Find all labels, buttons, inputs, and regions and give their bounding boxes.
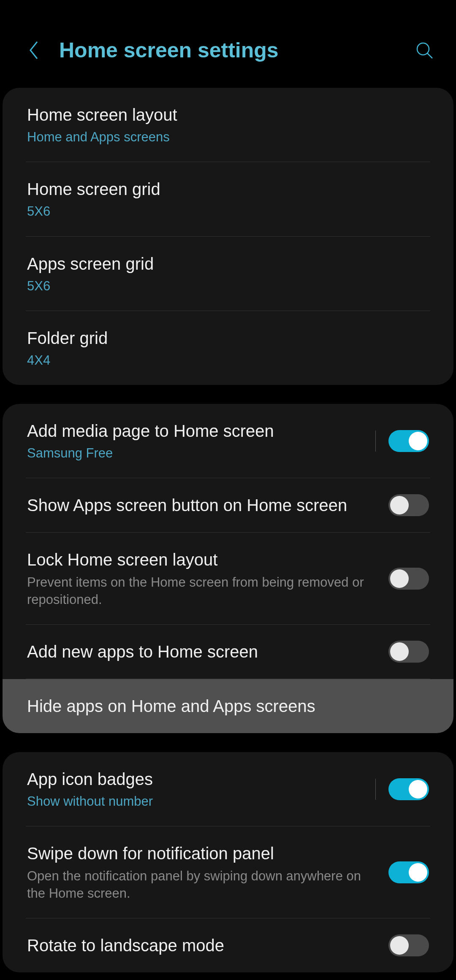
item-title: Add new apps to Home screen [27, 641, 376, 663]
item-text: Folder grid 4X4 [27, 327, 429, 369]
item-text: Add new apps to Home screen [27, 641, 376, 663]
item-title: Lock Home screen layout [27, 549, 376, 571]
toggle-app-icon-badges[interactable] [388, 778, 429, 800]
item-lock-home-layout[interactable]: Lock Home screen layout Prevent items on… [3, 533, 453, 624]
toggle-rotate-landscape[interactable] [388, 934, 429, 956]
item-title: Home screen layout [27, 104, 429, 126]
item-text: Home screen grid 5X6 [27, 178, 429, 220]
item-text: Apps screen grid 5X6 [27, 253, 429, 295]
item-subtitle: 5X6 [27, 203, 429, 220]
header: Home screen settings [0, 0, 456, 79]
item-text: Lock Home screen layout Prevent items on… [27, 549, 376, 608]
section-misc: App icon badges Show without number Swip… [3, 752, 453, 972]
toggle-add-media-page[interactable] [388, 430, 429, 452]
item-description: Prevent items on the Home screen from be… [27, 574, 376, 608]
section-layout: Home screen layout Home and Apps screens… [3, 88, 453, 385]
toggle-wrap [375, 778, 429, 800]
item-rotate-landscape[interactable]: Rotate to landscape mode [3, 918, 453, 972]
toggle-swipe-down-notification[interactable] [388, 861, 429, 883]
item-text: Home screen layout Home and Apps screens [27, 104, 429, 146]
item-title: Hide apps on Home and Apps screens [27, 695, 429, 717]
vertical-divider [375, 779, 376, 800]
item-subtitle: Show without number [27, 793, 363, 810]
toggle-lock-home-layout[interactable] [388, 568, 429, 590]
item-subtitle: 5X6 [27, 278, 429, 295]
item-title: App icon badges [27, 768, 363, 790]
item-subtitle: 4X4 [27, 352, 429, 369]
item-description: Open the notification panel by swiping d… [27, 868, 376, 902]
item-title: Rotate to landscape mode [27, 934, 376, 956]
item-text: Add media page to Home screen Samsung Fr… [27, 420, 363, 462]
item-text: App icon badges Show without number [27, 768, 363, 810]
vertical-divider [375, 430, 376, 452]
back-icon[interactable] [25, 42, 42, 59]
toggle-show-apps-button[interactable] [388, 494, 429, 516]
search-icon[interactable] [414, 40, 435, 61]
item-home-screen-grid[interactable]: Home screen grid 5X6 [3, 162, 453, 236]
item-title: Home screen grid [27, 178, 429, 200]
item-app-icon-badges[interactable]: App icon badges Show without number [3, 752, 453, 826]
item-text: Rotate to landscape mode [27, 934, 376, 956]
item-subtitle: Home and Apps screens [27, 129, 429, 146]
item-subtitle: Samsung Free [27, 445, 363, 462]
item-swipe-down-notification[interactable]: Swipe down for notification panel Open t… [3, 826, 453, 918]
item-text: Hide apps on Home and Apps screens [27, 695, 429, 717]
item-title: Show Apps screen button on Home screen [27, 494, 376, 516]
item-home-screen-layout[interactable]: Home screen layout Home and Apps screens [3, 88, 453, 162]
item-title: Apps screen grid [27, 253, 429, 275]
item-add-new-apps[interactable]: Add new apps to Home screen [3, 625, 453, 679]
svg-line-1 [427, 53, 432, 58]
item-folder-grid[interactable]: Folder grid 4X4 [3, 311, 453, 385]
page-title: Home screen settings [59, 38, 414, 62]
toggle-wrap [375, 430, 429, 452]
item-title: Folder grid [27, 327, 429, 349]
item-show-apps-button[interactable]: Show Apps screen button on Home screen [3, 478, 453, 532]
section-home-options: Add media page to Home screen Samsung Fr… [3, 404, 453, 733]
item-title: Swipe down for notification panel [27, 842, 376, 864]
item-hide-apps[interactable]: Hide apps on Home and Apps screens [3, 679, 453, 733]
item-title: Add media page to Home screen [27, 420, 363, 442]
item-text: Show Apps screen button on Home screen [27, 494, 376, 516]
toggle-add-new-apps[interactable] [388, 641, 429, 663]
item-add-media-page[interactable]: Add media page to Home screen Samsung Fr… [3, 404, 453, 478]
svg-point-0 [417, 43, 429, 55]
item-text: Swipe down for notification panel Open t… [27, 842, 376, 902]
item-apps-screen-grid[interactable]: Apps screen grid 5X6 [3, 237, 453, 311]
